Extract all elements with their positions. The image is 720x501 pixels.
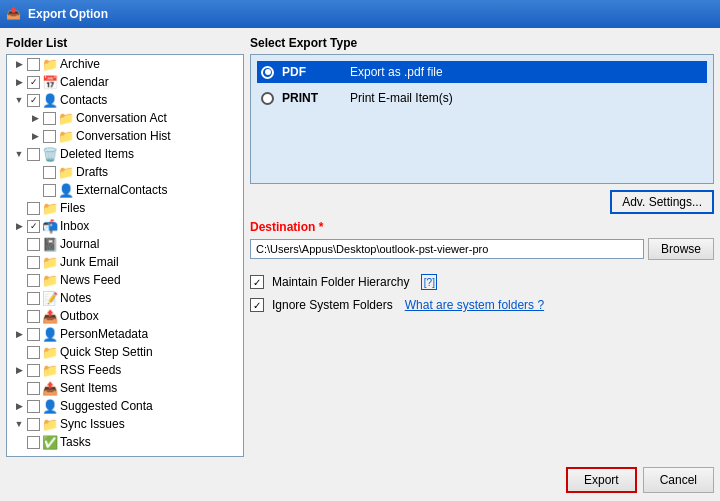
checkbox-drafts[interactable]	[43, 166, 56, 179]
expander-archive[interactable]: ▶	[11, 59, 27, 69]
checkbox-inbox[interactable]	[27, 220, 40, 233]
expander-deleted[interactable]: ▼	[11, 149, 27, 159]
tree-item-person-meta[interactable]: ▶ 👤 PersonMetadata	[7, 325, 243, 343]
checkbox-journal[interactable]	[27, 238, 40, 251]
folder-name-archive: Archive	[60, 57, 100, 71]
expander-conv-act[interactable]: ▶	[27, 113, 43, 123]
checkbox-junk[interactable]	[27, 256, 40, 269]
checkbox-tasks[interactable]	[27, 436, 40, 449]
folder-panel: Folder List ▶ 📁 Archive ▶ 📅 Calendar ▼	[6, 34, 244, 457]
adv-settings-button[interactable]: Adv. Settings...	[610, 190, 714, 214]
folder-list-label: Folder List	[6, 34, 244, 52]
tree-item-notes[interactable]: 📝 Notes	[7, 289, 243, 307]
options-section: Maintain Folder Hierarchy [?] Ignore Sys…	[250, 274, 714, 312]
export-option-pdf-desc: Export as .pdf file	[350, 65, 443, 79]
main-content: Folder List ▶ 📁 Archive ▶ 📅 Calendar ▼	[6, 34, 714, 457]
folder-icon-conv-act: 📁	[58, 111, 74, 126]
checkbox-ignore-system[interactable]	[250, 298, 264, 312]
expander-rss[interactable]: ▶	[11, 365, 27, 375]
folder-icon-archive: 📁	[42, 57, 58, 72]
browse-button[interactable]: Browse	[648, 238, 714, 260]
folder-tree[interactable]: ▶ 📁 Archive ▶ 📅 Calendar ▼ 👤 Contacts	[6, 54, 244, 457]
folder-icon-files: 📁	[42, 201, 58, 216]
checkbox-archive[interactable]	[27, 58, 40, 71]
folder-icon-notes: 📝	[42, 291, 58, 306]
folder-name-journal: Journal	[60, 237, 99, 251]
tree-item-sent[interactable]: 📤 Sent Items	[7, 379, 243, 397]
tree-item-drafts[interactable]: 📁 Drafts	[7, 163, 243, 181]
export-option-pdf[interactable]: PDF Export as .pdf file	[257, 61, 707, 83]
tree-item-deleted[interactable]: ▼ 🗑️ Deleted Items	[7, 145, 243, 163]
export-option-pdf-name: PDF	[282, 65, 342, 79]
system-folders-help-link[interactable]: What are system folders ?	[405, 298, 544, 312]
tree-item-quick-step[interactable]: 📁 Quick Step Settin	[7, 343, 243, 361]
cancel-button[interactable]: Cancel	[643, 467, 714, 493]
folder-name-calendar: Calendar	[60, 75, 109, 89]
checkbox-sent[interactable]	[27, 382, 40, 395]
export-type-section: Select Export Type PDF Export as .pdf fi…	[250, 34, 714, 184]
destination-row: Browse	[250, 238, 714, 260]
required-marker: *	[319, 220, 324, 234]
checkbox-outbox[interactable]	[27, 310, 40, 323]
tree-item-news-feed[interactable]: 📁 News Feed	[7, 271, 243, 289]
tree-item-conv-hist[interactable]: ▶ 📁 Conversation Hist	[7, 127, 243, 145]
folder-name-conv-hist: Conversation Hist	[76, 129, 171, 143]
checkbox-deleted[interactable]	[27, 148, 40, 161]
destination-input[interactable]	[250, 239, 644, 259]
expander-conv-hist[interactable]: ▶	[27, 131, 43, 141]
folder-icon-sent: 📤	[42, 381, 58, 396]
checkbox-maintain-hierarchy[interactable]	[250, 275, 264, 289]
tree-item-outbox[interactable]: 📤 Outbox	[7, 307, 243, 325]
tree-item-files[interactable]: 📁 Files	[7, 199, 243, 217]
checkbox-news-feed[interactable]	[27, 274, 40, 287]
maintain-hierarchy-help[interactable]: [?]	[421, 274, 437, 290]
destination-section: Destination * Browse	[250, 220, 714, 260]
export-option-print[interactable]: PRINT Print E-mail Item(s)	[257, 87, 707, 109]
tree-item-tasks[interactable]: ✅ Tasks	[7, 433, 243, 451]
ignore-system-label: Ignore System Folders	[272, 298, 393, 312]
folder-icon-drafts: 📁	[58, 165, 74, 180]
checkbox-suggested[interactable]	[27, 400, 40, 413]
tree-item-ext-contacts[interactable]: 👤 ExternalContacts	[7, 181, 243, 199]
folder-icon-inbox: 📬	[42, 219, 58, 234]
checkbox-rss[interactable]	[27, 364, 40, 377]
expander-calendar[interactable]: ▶	[11, 77, 27, 87]
tree-item-conv-act[interactable]: ▶ 📁 Conversation Act	[7, 109, 243, 127]
tree-item-rss[interactable]: ▶ 📁 RSS Feeds	[7, 361, 243, 379]
radio-print[interactable]	[261, 92, 274, 105]
expander-inbox[interactable]: ▶	[11, 221, 27, 231]
folder-name-inbox: Inbox	[60, 219, 89, 233]
radio-pdf[interactable]	[261, 66, 274, 79]
checkbox-notes[interactable]	[27, 292, 40, 305]
adv-btn-row: Adv. Settings...	[250, 190, 714, 214]
expander-suggested[interactable]: ▶	[11, 401, 27, 411]
tree-item-inbox[interactable]: ▶ 📬 Inbox	[7, 217, 243, 235]
destination-label: Destination *	[250, 220, 714, 234]
tree-item-journal[interactable]: 📓 Journal	[7, 235, 243, 253]
folder-name-files: Files	[60, 201, 85, 215]
folder-name-rss: RSS Feeds	[60, 363, 121, 377]
expander-sync-issues[interactable]: ▼	[11, 419, 27, 429]
checkbox-contacts[interactable]	[27, 94, 40, 107]
tree-item-junk[interactable]: 📁 Junk Email	[7, 253, 243, 271]
checkbox-conv-hist[interactable]	[43, 130, 56, 143]
bottom-bar: Export Cancel	[6, 463, 714, 495]
checkbox-sync-issues[interactable]	[27, 418, 40, 431]
checkbox-calendar[interactable]	[27, 76, 40, 89]
checkbox-ext-contacts[interactable]	[43, 184, 56, 197]
folder-icon-conv-hist: 📁	[58, 129, 74, 144]
expander-contacts[interactable]: ▼	[11, 95, 27, 105]
checkbox-person-meta[interactable]	[27, 328, 40, 341]
tree-item-contacts[interactable]: ▼ 👤 Contacts	[7, 91, 243, 109]
tree-item-calendar[interactable]: ▶ 📅 Calendar	[7, 73, 243, 91]
tree-item-suggested[interactable]: ▶ 👤 Suggested Conta	[7, 397, 243, 415]
checkbox-files[interactable]	[27, 202, 40, 215]
folder-icon-journal: 📓	[42, 237, 58, 252]
expander-person-meta[interactable]: ▶	[11, 329, 27, 339]
tree-item-archive[interactable]: ▶ 📁 Archive	[7, 55, 243, 73]
checkbox-conv-act[interactable]	[43, 112, 56, 125]
export-button[interactable]: Export	[566, 467, 637, 493]
tree-item-sync-issues[interactable]: ▼ 📁 Sync Issues	[7, 415, 243, 433]
checkbox-quick-step[interactable]	[27, 346, 40, 359]
folder-name-outbox: Outbox	[60, 309, 99, 323]
